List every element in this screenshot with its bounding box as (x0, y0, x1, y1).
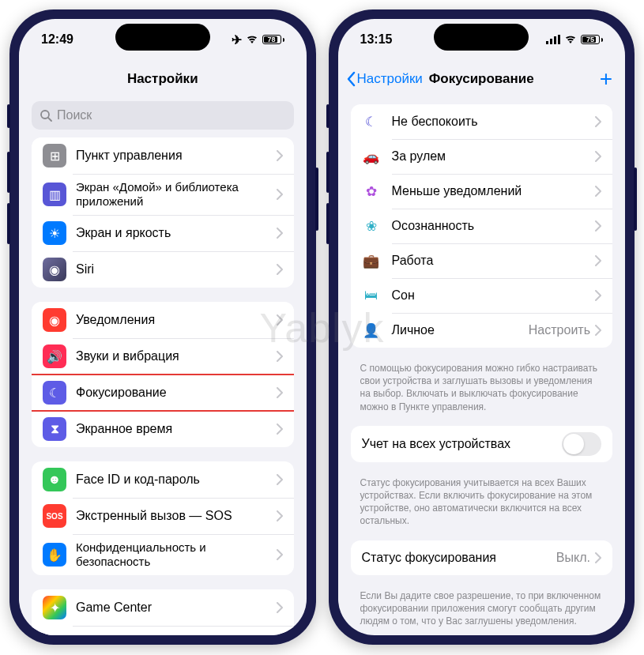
search-icon (40, 109, 52, 122)
add-button[interactable]: + (600, 68, 612, 90)
settings-row[interactable]: ☾Фокусирование (32, 375, 294, 411)
row-label: Не беспокоить (392, 114, 596, 129)
chevron-right-icon (595, 151, 601, 162)
focus-mode-row[interactable]: ❀Осознанность (351, 209, 613, 243)
settings-row[interactable]: ☻Face ID и код-пароль (32, 461, 294, 498)
mindfulness-icon: ❀ (362, 216, 381, 235)
share-toggle[interactable] (562, 432, 601, 456)
svg-line-1 (48, 118, 51, 121)
chevron-right-icon (277, 387, 283, 398)
status-time: 12:49 (41, 32, 73, 47)
focus-status-row[interactable]: Статус фокусирования Выкл. (351, 540, 613, 575)
row-label: Экранное время (76, 421, 277, 436)
work-icon: 💼 (362, 251, 381, 270)
sounds-icon: 🔊 (43, 344, 66, 368)
icloud-icon: ☁ (43, 632, 66, 635)
chevron-right-icon (277, 474, 283, 485)
notifications-icon: ◉ (43, 308, 66, 332)
settings-row[interactable]: ◉Siri (32, 251, 294, 288)
chevron-right-icon (595, 290, 601, 301)
battery-indicator: 78 (262, 35, 284, 44)
driving-icon: 🚗 (362, 147, 381, 166)
row-label: Game Center (76, 600, 277, 615)
settings-row[interactable]: ◉Уведомления (32, 302, 294, 338)
row-label: Экран и яркость (76, 225, 277, 240)
focus-mode-row[interactable]: ✿Меньше уведомлений (351, 174, 613, 209)
search-input[interactable]: Поиск (32, 101, 294, 130)
chevron-right-icon (277, 150, 283, 161)
row-label: Siri (76, 262, 277, 277)
share-across-devices-row[interactable]: Учет на всех устройствах (351, 426, 613, 462)
help-text: Статус фокусирования учитывается на всех… (360, 476, 604, 528)
chevron-right-icon (277, 510, 283, 521)
settings-group: ◉Уведомления🔊Звуки и вибрация☾Фокусирова… (32, 302, 294, 447)
reduce-icon: ✿ (362, 182, 381, 201)
settings-group: ✦Game Center☁iCloud▭Wallet и Apple Pay (32, 589, 294, 635)
focus-icon: ☾ (43, 381, 66, 405)
privacy-icon: ✋ (43, 543, 66, 567)
svg-rect-4 (554, 36, 556, 44)
row-label: Работа (392, 253, 596, 268)
chevron-right-icon (277, 189, 283, 200)
chevron-right-icon (277, 602, 283, 613)
settings-row[interactable]: ⧗Экранное время (32, 411, 294, 447)
help-text: С помощью фокусирования можно гибко наст… (360, 362, 604, 413)
dynamic-island (434, 24, 529, 51)
row-label: Сон (392, 288, 596, 303)
focus-mode-row[interactable]: 👤ЛичноеНастроить (351, 313, 613, 348)
chevron-right-icon (277, 423, 283, 435)
chevron-right-icon (595, 220, 601, 232)
settings-row[interactable]: ☁iCloud (32, 626, 294, 635)
chevron-right-icon (595, 186, 601, 197)
focus-mode-row[interactable]: ☾Не беспокоить (351, 104, 613, 139)
display-icon: ☀ (43, 221, 66, 245)
chevron-right-icon (277, 228, 283, 239)
screen-time-icon: ⧗ (43, 417, 66, 441)
chevron-left-icon (346, 71, 356, 87)
chevron-right-icon (595, 325, 601, 336)
back-button[interactable]: Настройки (346, 71, 423, 87)
row-label: Пункт управления (76, 148, 277, 163)
siri-icon: ◉ (43, 258, 66, 281)
phone-focus: 13:15 75 Настройки Фокусирование (329, 9, 635, 645)
status-time: 13:15 (360, 32, 393, 47)
row-label: Face ID и код-пароль (76, 472, 277, 487)
settings-row[interactable]: 🔊Звуки и вибрация (32, 338, 294, 375)
settings-row[interactable]: SOSЭкстренный вызов — SOS (32, 498, 294, 534)
settings-row[interactable]: ✦Game Center (32, 589, 294, 626)
settings-row[interactable]: ✋Конфиденциальность и безопасность (32, 534, 294, 575)
personal-icon: 👤 (362, 321, 381, 340)
sos-icon: SOS (43, 504, 66, 528)
focus-mode-row[interactable]: 🚗За рулем (351, 139, 613, 174)
focus-mode-row[interactable]: 💼Работа (351, 243, 613, 278)
chevron-right-icon (277, 314, 283, 326)
settings-row[interactable]: ☀Экран и яркость (32, 215, 294, 251)
focus-mode-row[interactable]: 🛏Сон (351, 278, 613, 313)
row-label: Фокусирование (76, 385, 277, 400)
row-label: За рулем (392, 149, 596, 164)
chevron-right-icon (277, 264, 283, 275)
settings-group: ☻Face ID и код-парольSOSЭкстренный вызов… (32, 461, 294, 575)
row-value: Настроить (529, 323, 590, 337)
wifi-icon (564, 35, 577, 44)
phone-settings: 12:49 ✈ 78 Настройки Поиск (9, 9, 316, 645)
chevron-right-icon (595, 255, 601, 266)
dnd-icon: ☾ (362, 112, 381, 131)
svg-rect-5 (558, 35, 560, 44)
page-title: Настройки (127, 71, 198, 87)
settings-row[interactable]: ⊞Пункт управления (32, 137, 294, 174)
battery-indicator: 75 (581, 35, 603, 44)
settings-group: ⊞Пункт управления▥Экран «Домой» и библио… (32, 137, 294, 288)
share-group: Учет на всех устройствах (351, 426, 613, 462)
settings-row[interactable]: ▥Экран «Домой» и библиотека приложений (32, 174, 294, 215)
control-center-icon: ⊞ (43, 144, 66, 168)
dynamic-island (115, 24, 210, 51)
row-label: Звуки и вибрация (76, 348, 277, 363)
row-label: Меньше уведомлений (392, 183, 596, 198)
row-label: Личное (392, 322, 529, 337)
chevron-right-icon (277, 351, 283, 362)
nav-bar: Настройки (19, 60, 307, 98)
status-group: Статус фокусирования Выкл. (351, 540, 613, 575)
nav-bar: Настройки Фокусирование + (338, 60, 626, 98)
chevron-right-icon (595, 116, 601, 127)
